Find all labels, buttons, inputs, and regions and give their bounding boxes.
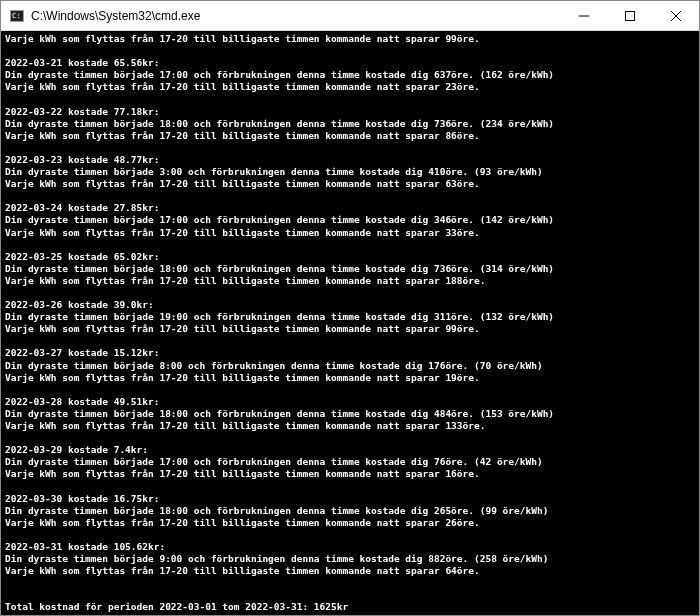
console-line: Din dyraste timmen började 3:00 och förb…	[5, 166, 695, 178]
console-line	[5, 239, 695, 251]
console-line: Varje kWh som flyttas från 17-20 till bi…	[5, 81, 695, 93]
console-line: Varje kWh som flyttas från 17-20 till bi…	[5, 130, 695, 142]
console-line: 2022-03-31 kostade 105.62kr:	[5, 541, 695, 553]
console-line	[5, 190, 695, 202]
console-line	[5, 480, 695, 492]
console-line	[5, 287, 695, 299]
console-line: Din dyraste timmen började 19:00 och för…	[5, 311, 695, 323]
console-line: Din dyraste timmen började 17:00 och för…	[5, 214, 695, 226]
console-line	[5, 577, 695, 589]
titlebar[interactable]: C: C:\Windows\System32\cmd.exe	[1, 1, 699, 31]
console-line: Din dyraste timmen började 18:00 och för…	[5, 118, 695, 130]
console-output[interactable]: Varje kWh som flyttas från 17-20 till bi…	[1, 31, 699, 615]
console-line: 2022-03-21 kostade 65.56kr:	[5, 57, 695, 69]
console-line: Varje kWh som flyttas från 17-20 till bi…	[5, 517, 695, 529]
console-line: 2022-03-29 kostade 7.4kr:	[5, 444, 695, 456]
console-line: 2022-03-25 kostade 65.02kr:	[5, 251, 695, 263]
console-line: Varje kWh som flyttas från 17-20 till bi…	[5, 275, 695, 287]
console-line: 2022-03-24 kostade 27.85kr:	[5, 202, 695, 214]
console-line: Din dyraste timmen började 9:00 och förb…	[5, 553, 695, 565]
window-buttons	[561, 1, 699, 30]
console-line: Varje kWh som flyttas från 17-20 till bi…	[5, 468, 695, 480]
window-title: C:\Windows\System32\cmd.exe	[31, 9, 561, 23]
console-line: 2022-03-28 kostade 49.51kr:	[5, 396, 695, 408]
console-line: Varje kWh som flyttas från 17-20 till bi…	[5, 323, 695, 335]
minimize-button[interactable]	[561, 1, 607, 30]
console-line: Varje kWh som flyttas från 17-20 till bi…	[5, 227, 695, 239]
console-line: Total besparing för varje daglig flyttad…	[5, 614, 695, 616]
console-line	[5, 93, 695, 105]
console-line: Din dyraste timmen började 17:00 och för…	[5, 69, 695, 81]
console-line: 2022-03-26 kostade 39.0kr:	[5, 299, 695, 311]
console-line	[5, 142, 695, 154]
console-line	[5, 529, 695, 541]
console-line: Din dyraste timmen började 18:00 och för…	[5, 408, 695, 420]
svg-text:C:: C:	[12, 12, 20, 20]
cmd-icon: C:	[9, 8, 25, 24]
console-line: Varje kWh som flyttas från 17-20 till bi…	[5, 33, 695, 45]
console-line: Din dyraste timmen började 17:00 och för…	[5, 456, 695, 468]
console-line: 2022-03-30 kostade 16.75kr:	[5, 493, 695, 505]
svg-rect-3	[626, 11, 635, 20]
console-line: 2022-03-27 kostade 15.12kr:	[5, 347, 695, 359]
console-line: Din dyraste timmen började 8:00 och förb…	[5, 360, 695, 372]
console-line: Din dyraste timmen började 18:00 och för…	[5, 263, 695, 275]
console-line: Total kostnad för perioden 2022-03-01 to…	[5, 601, 695, 613]
console-line: Varje kWh som flyttas från 17-20 till bi…	[5, 178, 695, 190]
maximize-button[interactable]	[607, 1, 653, 30]
console-line: 2022-03-23 kostade 48.77kr:	[5, 154, 695, 166]
cmd-window: C: C:\Windows\System32\cmd.exe Varje kWh…	[0, 0, 700, 616]
close-button[interactable]	[653, 1, 699, 30]
console-line: 2022-03-22 kostade 77.18kr:	[5, 106, 695, 118]
console-line	[5, 45, 695, 57]
console-line: Varje kWh som flyttas från 17-20 till bi…	[5, 372, 695, 384]
console-line	[5, 432, 695, 444]
console-line: Varje kWh som flyttas från 17-20 till bi…	[5, 420, 695, 432]
console-line	[5, 589, 695, 601]
console-line	[5, 384, 695, 396]
console-line: Varje kWh som flyttas från 17-20 till bi…	[5, 565, 695, 577]
console-line: Din dyraste timmen började 18:00 och för…	[5, 505, 695, 517]
console-line	[5, 335, 695, 347]
